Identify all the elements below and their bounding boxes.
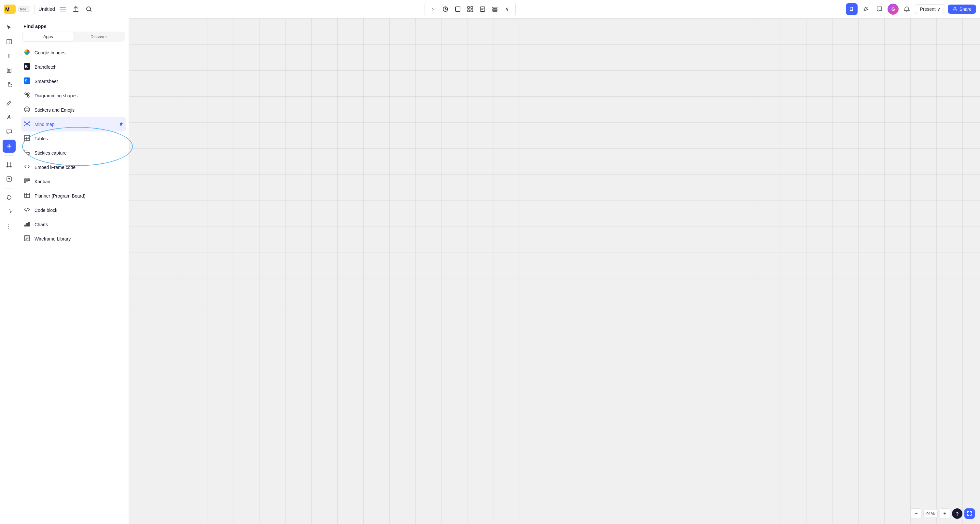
panel-tab-row: Apps Discover — [22, 32, 125, 42]
toolbar-chevron[interactable]: › — [428, 3, 439, 15]
stickies-icon — [24, 149, 30, 157]
miro-logo: M — [4, 5, 16, 14]
toolbar-card[interactable] — [477, 3, 488, 15]
app-item-charts[interactable]: Charts — [21, 218, 126, 232]
tab-discover[interactable]: Discover — [73, 32, 124, 41]
bottom-controls: − 91% + ? — [911, 508, 975, 519]
zoom-level[interactable]: 91% — [923, 510, 938, 518]
app-item-mindmap[interactable]: Mind map — [21, 117, 126, 132]
svg-rect-9 — [471, 6, 473, 8]
svg-rect-17 — [493, 10, 497, 11]
tab-apps[interactable]: Apps — [23, 32, 73, 41]
mindmap-label: Mind map — [35, 122, 54, 127]
search-button[interactable] — [84, 4, 94, 14]
app-item-tables[interactable]: Tables — [21, 132, 126, 146]
svg-rect-15 — [493, 7, 497, 8]
toolbar-list[interactable] — [489, 3, 500, 15]
app-item-kanban[interactable]: Kanban — [21, 175, 126, 189]
toolbar-focus[interactable] — [465, 3, 476, 15]
logo: M — [4, 5, 16, 14]
kanban-label: Kanban — [35, 179, 50, 184]
fit-button[interactable] — [964, 508, 975, 519]
present-button[interactable]: Present ∨ — [915, 4, 945, 14]
flag-button[interactable] — [846, 3, 858, 15]
app-item-stickies[interactable]: Stickies capture — [21, 146, 126, 160]
free-badge: free · — [18, 6, 30, 12]
app-item-brandfetch[interactable]: B Brandfetch — [21, 60, 126, 74]
svg-rect-24 — [8, 163, 11, 166]
brandfetch-label: Brandfetch — [35, 64, 57, 70]
google-images-label: Google Images — [35, 50, 65, 56]
app-item-iframe[interactable]: Embed iFrame code — [21, 160, 126, 175]
menu-button[interactable] — [57, 4, 68, 14]
svg-rect-7 — [455, 7, 460, 11]
frame-tool[interactable] — [3, 158, 16, 171]
pin-icon[interactable] — [119, 122, 123, 127]
chat-tool[interactable] — [3, 125, 16, 138]
app-item-diagramming[interactable]: Diagramming shapes — [21, 89, 126, 103]
canvas[interactable] — [129, 18, 980, 524]
app-item-codeblock[interactable]: Code block — [21, 203, 126, 218]
svg-rect-8 — [468, 6, 469, 8]
svg-rect-11 — [471, 10, 473, 12]
mindmap-icon — [24, 121, 30, 128]
svg-rect-62 — [27, 238, 30, 239]
add-apps-button[interactable] — [3, 140, 16, 152]
toolbar-timer[interactable] — [440, 3, 451, 15]
tables-label: Tables — [35, 136, 48, 141]
diagramming-icon — [24, 92, 30, 100]
cursor-tool[interactable] — [3, 21, 16, 34]
app-item-smartsheet[interactable]: S Smartsheet — [21, 74, 126, 89]
svg-rect-2 — [60, 7, 66, 8]
svg-rect-3 — [60, 9, 66, 10]
redo-button[interactable] — [3, 205, 16, 218]
avatar[interactable]: G — [888, 3, 899, 15]
help-button[interactable]: ? — [952, 508, 963, 519]
zoom-out-button[interactable]: − — [911, 508, 921, 519]
svg-rect-50 — [28, 179, 30, 181]
sidebar-sep-2 — [4, 155, 14, 156]
app-item-wireframe[interactable]: Wireframe Library — [21, 232, 126, 246]
left-sidebar: T A ⋮ — [0, 18, 18, 524]
svg-rect-61 — [25, 238, 27, 240]
brandfetch-icon: B — [24, 63, 30, 71]
svg-point-5 — [87, 7, 91, 11]
svg-rect-58 — [28, 222, 30, 227]
celebration-button[interactable] — [860, 3, 871, 15]
share-button[interactable]: Share — [948, 5, 976, 14]
hand-tool[interactable] — [3, 78, 16, 91]
iframe-label: Embed iFrame code — [35, 165, 76, 170]
comment-button[interactable] — [874, 3, 885, 15]
more-sidebar-button[interactable]: ⋮ — [3, 220, 16, 233]
tables-icon — [24, 135, 30, 143]
export-button[interactable] — [71, 4, 81, 14]
bell-button[interactable] — [901, 3, 912, 15]
google-images-icon — [24, 49, 30, 57]
note-tool[interactable] — [3, 64, 16, 77]
smartsheet-icon: S — [24, 78, 30, 85]
table-tool[interactable] — [3, 35, 16, 48]
codeblock-label: Code block — [35, 208, 57, 213]
svg-rect-56 — [24, 225, 26, 227]
upload-tool[interactable] — [3, 173, 16, 186]
topbar-separator — [34, 5, 35, 14]
topbar: M free · Untitled › ∨ — [0, 0, 980, 18]
text-tool[interactable]: T — [3, 49, 16, 62]
svg-rect-46 — [25, 150, 27, 152]
svg-rect-10 — [468, 10, 469, 12]
app-item-google-images[interactable]: Google Images — [21, 46, 126, 60]
toolbar-frame[interactable] — [452, 3, 463, 15]
stickies-label: Stickies capture — [35, 150, 67, 156]
zoom-in-button[interactable]: + — [940, 508, 950, 519]
pen-tool[interactable] — [3, 97, 16, 110]
letter-tool[interactable]: A — [3, 111, 16, 124]
svg-rect-57 — [26, 223, 28, 227]
toolbar-more[interactable]: ∨ — [502, 3, 513, 15]
undo-button[interactable] — [3, 191, 16, 204]
app-item-planner[interactable]: Planner (Program Board) — [21, 189, 126, 203]
svg-text:B: B — [25, 64, 28, 69]
charts-label: Charts — [35, 222, 48, 227]
app-item-stickers[interactable]: Stickers and Emojis — [21, 103, 126, 117]
svg-point-34 — [24, 107, 30, 112]
doc-title[interactable]: Untitled — [38, 6, 55, 12]
